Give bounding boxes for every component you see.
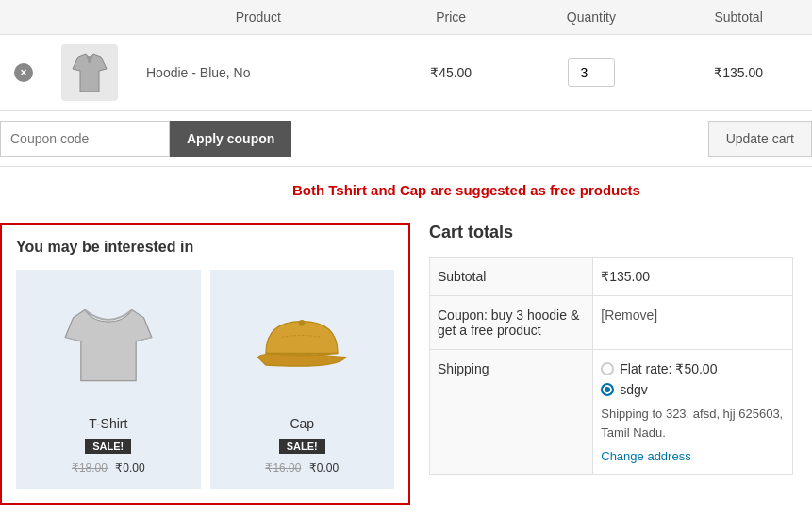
product-image-cell <box>47 35 132 111</box>
coupon-input[interactable] <box>0 121 170 157</box>
cart-totals: Cart totals Subtotal ₹135.00 Coupon: buy… <box>410 223 812 505</box>
remove-coupon-link[interactable]: [Remove] <box>601 308 657 323</box>
coupon-label: Coupon: buy 3 hoodie & get a free produc… <box>430 296 593 350</box>
product-card-tshirt[interactable]: T-Shirt SALE! ₹18.00 ₹0.00 <box>16 270 201 489</box>
product-subtotal-cell: ₹135.00 <box>665 35 812 111</box>
tshirt-sale-price: ₹0.00 <box>115 461 144 474</box>
coupon-row-totals: Coupon: buy 3 hoodie & get a free produc… <box>430 296 793 350</box>
cap-image <box>245 284 358 407</box>
product-card-cap[interactable]: Cap SALE! ₹16.00 ₹0.00 <box>210 270 395 489</box>
col-price: Price <box>385 0 518 35</box>
cart-table: Product Price Quantity Subtotal × <box>0 0 812 111</box>
suggestion-row: Both Tshirt and Cap are suggested as fre… <box>0 167 812 213</box>
flat-rate-label: Flat rate: ₹50.00 <box>620 361 717 376</box>
coupon-remove-cell: [Remove] <box>593 296 793 350</box>
col-image <box>47 0 132 35</box>
page-wrapper: Product Price Quantity Subtotal × <box>0 0 812 516</box>
quantity-input[interactable] <box>568 58 615 87</box>
remove-cell: × <box>0 35 47 111</box>
shipping-option-sdgv: sdgv <box>601 382 785 397</box>
col-remove <box>0 0 47 35</box>
shipping-options: Flat rate: ₹50.00 sdgv <box>601 361 785 397</box>
main-content: You may be interested in <box>0 213 812 505</box>
shipping-options-cell: Flat rate: ₹50.00 sdgv Shipping to 323, … <box>593 350 793 475</box>
sdgv-label: sdgv <box>620 382 648 397</box>
tshirt-sale-badge: SALE! <box>85 439 131 454</box>
product-qty-cell <box>518 35 665 111</box>
subtotal-label: Subtotal <box>430 258 593 296</box>
product-name-cell: Hoodie - Blue, No <box>132 35 385 111</box>
products-grid: T-Shirt SALE! ₹18.00 ₹0.00 <box>16 270 394 489</box>
product-link[interactable]: Hoodie - Blue, No <box>146 65 251 80</box>
cap-sale-badge: SALE! <box>279 439 325 454</box>
tshirt-original-price: ₹18.00 <box>72 461 108 474</box>
tshirt-icon <box>61 293 156 397</box>
cap-name: Cap <box>290 416 314 431</box>
cart-row: × Hoodie - Blue, No ₹45.00 <box>0 35 812 111</box>
shipping-option-flat: Flat rate: ₹50.00 <box>601 361 785 376</box>
shipping-row: Shipping Flat rate: ₹50.00 sdgv <box>430 350 793 475</box>
cap-sale-price: ₹0.00 <box>309 461 339 474</box>
cap-prices: ₹16.00 ₹0.00 <box>265 461 339 474</box>
shipping-label: Shipping <box>430 350 593 475</box>
cart-totals-title: Cart totals <box>429 223 793 242</box>
shipping-address: Shipping to 323, afsd, hjj 625603, Tamil… <box>601 405 785 441</box>
hoodie-icon <box>71 52 108 94</box>
tshirt-name: T-Shirt <box>89 416 127 431</box>
col-product: Product <box>132 0 385 35</box>
update-cart-button[interactable]: Update cart <box>708 121 812 157</box>
product-price-cell: ₹45.00 <box>385 35 518 111</box>
subtotal-value: ₹135.00 <box>593 258 793 296</box>
change-address-link[interactable]: Change address <box>601 449 785 463</box>
coupon-row: Apply coupon <box>0 121 708 157</box>
sdgv-radio[interactable] <box>601 383 614 396</box>
cap-original-price: ₹16.00 <box>265 461 301 474</box>
interested-title: You may be interested in <box>16 239 394 256</box>
suggestion-message: Both Tshirt and Cap are suggested as fre… <box>0 175 640 206</box>
svg-point-2 <box>299 320 306 326</box>
cap-icon <box>250 303 354 388</box>
flat-rate-radio[interactable] <box>601 362 614 375</box>
remove-item-button[interactable]: × <box>14 63 33 82</box>
apply-coupon-button[interactable]: Apply coupon <box>170 121 291 157</box>
tshirt-prices: ₹18.00 ₹0.00 <box>72 461 145 474</box>
tshirt-image <box>52 284 165 407</box>
col-quantity: Quantity <box>518 0 665 35</box>
col-subtotal: Subtotal <box>665 0 812 35</box>
interested-section: You may be interested in <box>0 223 410 505</box>
totals-table: Subtotal ₹135.00 Coupon: buy 3 hoodie & … <box>429 257 793 475</box>
subtotal-row: Subtotal ₹135.00 <box>430 258 793 296</box>
product-image <box>61 44 118 101</box>
